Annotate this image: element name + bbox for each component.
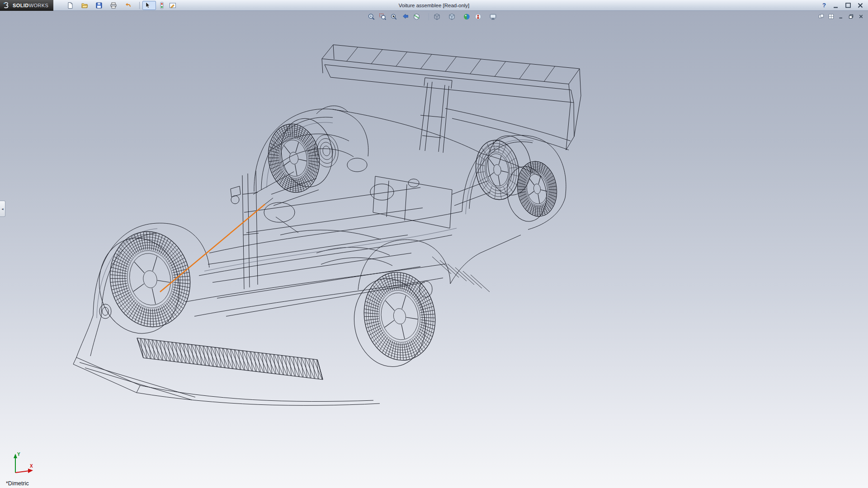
- section-view-icon[interactable]: [412, 12, 425, 21]
- view-orientation-label: *Dimetric: [6, 480, 29, 487]
- heads-up-toolbar: [367, 12, 502, 21]
- view-settings-icon[interactable]: [488, 12, 502, 21]
- rebuild-icon[interactable]: [157, 1, 167, 10]
- front-left-wheel: [91, 225, 198, 340]
- rear-left-wheel: [347, 267, 443, 372]
- toolbar-separator: [429, 13, 429, 20]
- print-icon[interactable]: [108, 1, 122, 10]
- doc-minimize-icon[interactable]: [837, 13, 845, 20]
- toolbar-separator: [139, 2, 140, 9]
- minimize-icon[interactable]: [831, 1, 841, 10]
- apply-scene-icon[interactable]: [473, 12, 487, 21]
- panel-collapse-tab[interactable]: ◄: [0, 201, 5, 217]
- main-toolbar: [65, 1, 181, 10]
- title-bar: SOLIDWORKS Voiture assemblee [Read-only]…: [0, 0, 868, 11]
- zoom-area-icon[interactable]: [378, 12, 388, 21]
- brand-bold: SOLID: [13, 3, 29, 8]
- solidworks-logo: SOLIDWORKS: [0, 0, 53, 11]
- reference-triad: X Y: [6, 451, 35, 477]
- triad-y-label: Y: [17, 452, 20, 457]
- display-style-icon[interactable]: [447, 12, 461, 21]
- doc-restore-icon[interactable]: [847, 13, 855, 20]
- window-controls: ?: [820, 0, 865, 11]
- doc-close-icon[interactable]: [857, 13, 865, 20]
- zoom-selection-icon[interactable]: [389, 12, 399, 21]
- wireframe-car-drawing[interactable]: [0, 11, 868, 488]
- doc-cascade-icon[interactable]: [817, 13, 826, 20]
- undo-icon[interactable]: [123, 1, 137, 10]
- select-icon[interactable]: [142, 1, 156, 10]
- brand-light: WORKS: [29, 3, 49, 8]
- triad-x-label: X: [30, 464, 33, 469]
- doc-tile-icon[interactable]: [827, 13, 835, 20]
- help-icon[interactable]: ?: [820, 1, 829, 10]
- close-icon[interactable]: [855, 1, 865, 10]
- document-window-controls: [817, 13, 865, 20]
- maximize-icon[interactable]: [843, 1, 853, 10]
- sketch-icon[interactable]: [168, 1, 181, 10]
- previous-view-icon[interactable]: [401, 12, 410, 21]
- edit-appearance-icon[interactable]: [462, 12, 472, 21]
- open-icon[interactable]: [80, 1, 93, 10]
- view-orientation-icon[interactable]: [432, 12, 446, 21]
- brand-text: SOLIDWORKS: [13, 3, 48, 8]
- graphics-viewport[interactable]: ◄ X Y *Dimetric: [0, 11, 868, 488]
- zoom-fit-icon[interactable]: [367, 12, 377, 21]
- front-right-wheel: [264, 115, 337, 196]
- new-document-icon[interactable]: [65, 1, 79, 10]
- save-icon[interactable]: [94, 1, 108, 10]
- dassault-logo-icon: [3, 2, 11, 9]
